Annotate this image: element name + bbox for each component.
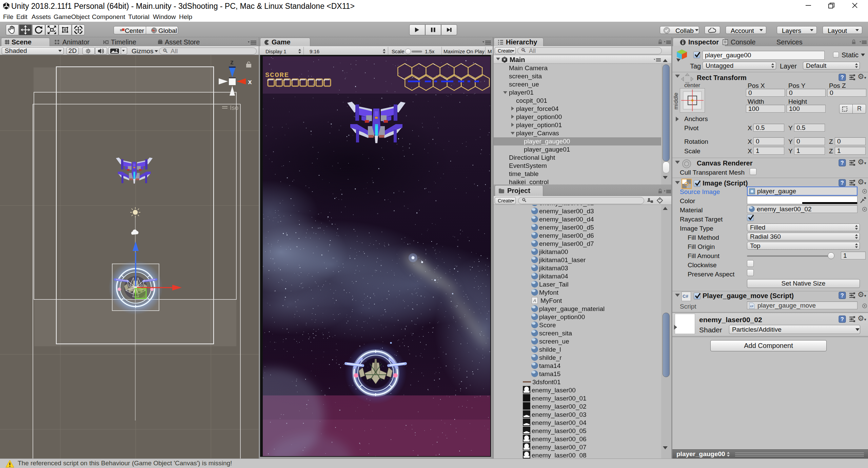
- svg-text:?: ?: [841, 75, 844, 80]
- svg-text:?: ?: [841, 180, 844, 186]
- svg-text:?: ?: [841, 160, 844, 166]
- svg-text:SCORE: SCORE: [265, 71, 289, 79]
- svg-text:?: ?: [841, 293, 844, 298]
- svg-text:z: z: [230, 58, 234, 66]
- svg-text:Iso: Iso: [230, 104, 238, 111]
- svg-text:c#: c#: [750, 305, 753, 308]
- svg-text:x: x: [248, 78, 252, 85]
- svg-text:?: ?: [841, 316, 844, 322]
